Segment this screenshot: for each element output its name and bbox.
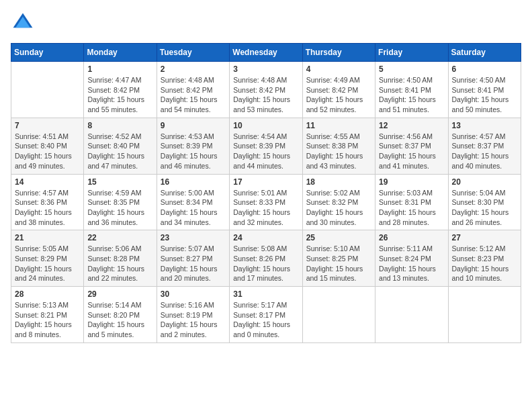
calendar-cell: 5Sunrise: 4:50 AM Sunset: 8:41 PM Daylig… [375, 62, 448, 118]
calendar-cell: 30Sunrise: 5:16 AM Sunset: 8:19 PM Dayli… [157, 287, 229, 343]
day-number: 4 [306, 64, 371, 74]
day-info: Sunrise: 5:04 AM Sunset: 8:30 PM Dayligh… [452, 188, 517, 228]
calendar-cell: 8Sunrise: 4:52 AM Sunset: 8:40 PM Daylig… [84, 118, 157, 174]
day-info: Sunrise: 5:00 AM Sunset: 8:34 PM Dayligh… [161, 188, 226, 228]
day-number: 29 [87, 289, 152, 299]
day-info: Sunrise: 4:57 AM Sunset: 8:37 PM Dayligh… [452, 132, 517, 171]
calendar-cell: 21Sunrise: 5:05 AM Sunset: 8:29 PM Dayli… [11, 230, 84, 287]
calendar-cell: 28Sunrise: 5:13 AM Sunset: 8:21 PM Dayli… [11, 287, 84, 343]
calendar-cell: 25Sunrise: 5:10 AM Sunset: 8:25 PM Dayli… [302, 230, 375, 287]
day-info: Sunrise: 4:51 AM Sunset: 8:40 PM Dayligh… [15, 132, 80, 171]
day-info: Sunrise: 5:05 AM Sunset: 8:29 PM Dayligh… [15, 244, 80, 283]
calendar-cell [448, 287, 521, 343]
calendar-week-5: 28Sunrise: 5:13 AM Sunset: 8:21 PM Dayli… [11, 287, 521, 343]
calendar-cell: 17Sunrise: 5:01 AM Sunset: 8:33 PM Dayli… [230, 174, 302, 230]
calendar-cell: 23Sunrise: 5:07 AM Sunset: 8:27 PM Dayli… [157, 230, 229, 287]
calendar-cell: 14Sunrise: 4:57 AM Sunset: 8:36 PM Dayli… [11, 174, 84, 230]
day-number: 7 [15, 121, 80, 130]
day-number: 5 [379, 64, 444, 74]
day-number: 12 [379, 121, 444, 130]
header-day-thursday: Thursday [302, 44, 375, 62]
day-number: 21 [15, 233, 80, 242]
calendar-cell: 11Sunrise: 4:55 AM Sunset: 8:38 PM Dayli… [302, 118, 375, 174]
calendar-cell: 9Sunrise: 4:53 AM Sunset: 8:39 PM Daylig… [157, 118, 229, 174]
calendar-cell: 19Sunrise: 5:03 AM Sunset: 8:31 PM Dayli… [375, 174, 448, 230]
calendar-cell: 2Sunrise: 4:48 AM Sunset: 8:42 PM Daylig… [157, 62, 229, 118]
calendar-week-3: 14Sunrise: 4:57 AM Sunset: 8:36 PM Dayli… [11, 174, 521, 230]
page-header [11, 11, 521, 35]
day-number: 2 [161, 64, 226, 74]
day-info: Sunrise: 5:06 AM Sunset: 8:28 PM Dayligh… [87, 244, 152, 283]
day-number: 8 [87, 121, 152, 130]
day-info: Sunrise: 5:07 AM Sunset: 8:27 PM Dayligh… [161, 244, 226, 283]
header-day-friday: Friday [375, 44, 448, 62]
calendar-cell: 29Sunrise: 5:14 AM Sunset: 8:20 PM Dayli… [84, 287, 157, 343]
day-info: Sunrise: 4:53 AM Sunset: 8:39 PM Dayligh… [161, 132, 226, 171]
day-number: 24 [233, 233, 298, 242]
day-number: 30 [161, 289, 226, 299]
day-info: Sunrise: 4:48 AM Sunset: 8:42 PM Dayligh… [233, 75, 298, 115]
calendar-cell: 24Sunrise: 5:08 AM Sunset: 8:26 PM Dayli… [230, 230, 302, 287]
calendar-cell [302, 287, 375, 343]
calendar-cell: 26Sunrise: 5:11 AM Sunset: 8:24 PM Dayli… [375, 230, 448, 287]
calendar-cell: 12Sunrise: 4:56 AM Sunset: 8:37 PM Dayli… [375, 118, 448, 174]
calendar-header-row: SundayMondayTuesdayWednesdayThursdayFrid… [11, 44, 521, 62]
day-number: 31 [233, 289, 298, 299]
calendar-cell: 6Sunrise: 4:50 AM Sunset: 8:41 PM Daylig… [448, 62, 521, 118]
day-info: Sunrise: 4:52 AM Sunset: 8:40 PM Dayligh… [87, 132, 152, 171]
header-day-sunday: Sunday [11, 44, 84, 62]
day-number: 14 [15, 177, 80, 187]
day-info: Sunrise: 4:56 AM Sunset: 8:37 PM Dayligh… [379, 132, 444, 171]
day-info: Sunrise: 5:13 AM Sunset: 8:21 PM Dayligh… [15, 300, 80, 340]
day-info: Sunrise: 5:08 AM Sunset: 8:26 PM Dayligh… [233, 244, 298, 283]
day-info: Sunrise: 5:14 AM Sunset: 8:20 PM Dayligh… [87, 300, 152, 340]
calendar-table: SundayMondayTuesdayWednesdayThursdayFrid… [11, 43, 521, 343]
calendar-cell: 16Sunrise: 5:00 AM Sunset: 8:34 PM Dayli… [157, 174, 229, 230]
calendar-cell: 31Sunrise: 5:17 AM Sunset: 8:17 PM Dayli… [230, 287, 302, 343]
day-number: 6 [452, 64, 517, 74]
day-number: 27 [452, 233, 517, 242]
day-info: Sunrise: 4:48 AM Sunset: 8:42 PM Dayligh… [161, 75, 226, 115]
header-day-tuesday: Tuesday [157, 44, 229, 62]
day-info: Sunrise: 5:17 AM Sunset: 8:17 PM Dayligh… [233, 300, 298, 340]
calendar-cell: 20Sunrise: 5:04 AM Sunset: 8:30 PM Dayli… [448, 174, 521, 230]
day-number: 22 [87, 233, 152, 242]
day-number: 11 [306, 121, 371, 130]
calendar-cell: 7Sunrise: 4:51 AM Sunset: 8:40 PM Daylig… [11, 118, 84, 174]
calendar-cell: 13Sunrise: 4:57 AM Sunset: 8:37 PM Dayli… [448, 118, 521, 174]
header-day-monday: Monday [84, 44, 157, 62]
day-number: 20 [452, 177, 517, 187]
day-number: 3 [233, 64, 298, 74]
day-number: 18 [306, 177, 371, 187]
calendar-cell: 22Sunrise: 5:06 AM Sunset: 8:28 PM Dayli… [84, 230, 157, 287]
day-number: 28 [15, 289, 80, 299]
day-info: Sunrise: 5:01 AM Sunset: 8:33 PM Dayligh… [233, 188, 298, 228]
day-number: 1 [87, 64, 152, 74]
header-day-saturday: Saturday [448, 44, 521, 62]
calendar-cell: 18Sunrise: 5:02 AM Sunset: 8:32 PM Dayli… [302, 174, 375, 230]
calendar-cell [375, 287, 448, 343]
calendar-cell: 27Sunrise: 5:12 AM Sunset: 8:23 PM Dayli… [448, 230, 521, 287]
calendar-week-1: 1Sunrise: 4:47 AM Sunset: 8:42 PM Daylig… [11, 62, 521, 118]
calendar-cell: 4Sunrise: 4:49 AM Sunset: 8:42 PM Daylig… [302, 62, 375, 118]
day-number: 19 [379, 177, 444, 187]
day-number: 13 [452, 121, 517, 130]
day-number: 9 [161, 121, 226, 130]
logo-icon [11, 11, 35, 35]
day-info: Sunrise: 5:16 AM Sunset: 8:19 PM Dayligh… [161, 300, 226, 340]
day-number: 17 [233, 177, 298, 187]
day-number: 15 [87, 177, 152, 187]
logo [11, 11, 39, 35]
header-day-wednesday: Wednesday [230, 44, 302, 62]
calendar-cell: 10Sunrise: 4:54 AM Sunset: 8:39 PM Dayli… [230, 118, 302, 174]
day-info: Sunrise: 5:10 AM Sunset: 8:25 PM Dayligh… [306, 244, 371, 283]
day-info: Sunrise: 4:47 AM Sunset: 8:42 PM Dayligh… [87, 75, 152, 115]
day-info: Sunrise: 4:57 AM Sunset: 8:36 PM Dayligh… [15, 188, 80, 228]
day-info: Sunrise: 5:12 AM Sunset: 8:23 PM Dayligh… [452, 244, 517, 283]
day-info: Sunrise: 5:02 AM Sunset: 8:32 PM Dayligh… [306, 188, 371, 228]
day-number: 16 [161, 177, 226, 187]
calendar-cell: 1Sunrise: 4:47 AM Sunset: 8:42 PM Daylig… [84, 62, 157, 118]
day-info: Sunrise: 4:50 AM Sunset: 8:41 PM Dayligh… [379, 75, 444, 115]
calendar-cell [11, 62, 84, 118]
day-number: 10 [233, 121, 298, 130]
